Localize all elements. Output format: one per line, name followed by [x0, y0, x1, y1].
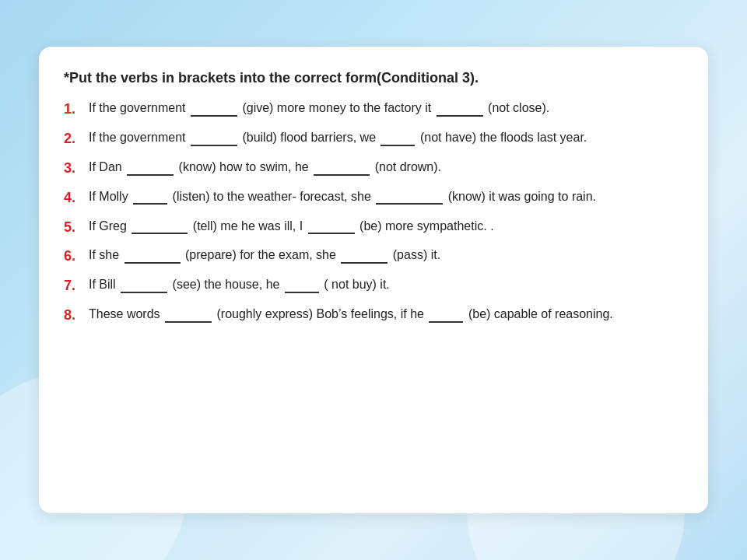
sentence-text: If Molly (listen) to the weather- foreca… — [89, 187, 679, 207]
answer-blank — [308, 233, 355, 234]
answer-blank — [376, 203, 443, 205]
sentence-text: If Dan (know) how to swim, he (not drown… — [89, 158, 679, 177]
item-number: 1. — [64, 99, 89, 121]
answer-blank — [121, 292, 167, 293]
answer-blank — [341, 262, 388, 264]
list-item: 5.If Greg (tell) me he was ill, I (be) m… — [64, 217, 679, 239]
answer-blank — [381, 145, 415, 146]
answer-blank — [437, 115, 483, 117]
item-number: 7. — [64, 275, 89, 297]
list-item: 2. If the government (build) flood barri… — [64, 128, 679, 150]
answer-blank — [191, 145, 237, 146]
answer-blank — [124, 262, 181, 264]
list-item: 7.If Bill (see) the house, he ( not buy)… — [64, 275, 679, 297]
answer-blank — [429, 321, 463, 323]
list-item: 3.If Dan (know) how to swim, he (not dro… — [64, 158, 679, 180]
exercise-title: *Put the verbs in brackets into the corr… — [64, 70, 679, 86]
sentence-text: If the government (give) more money to t… — [89, 99, 679, 118]
sentence-text: If Bill (see) the house, he ( not buy) i… — [89, 275, 679, 295]
exercise-list: 1.If the government (give) more money to… — [64, 99, 679, 327]
item-number: 2. — [64, 128, 89, 150]
exercise-card: *Put the verbs in brackets into the corr… — [39, 47, 708, 513]
item-number: 5. — [64, 217, 89, 239]
sentence-text: If the government (build) flood barriers… — [89, 128, 679, 148]
sentence-text: These words (roughly express) Bob’s feel… — [89, 305, 679, 324]
sentence-text: If Greg (tell) me he was ill, I (be) mor… — [89, 217, 679, 236]
answer-blank — [285, 292, 319, 293]
list-item: 6.If she (prepare) for the exam, she (pa… — [64, 246, 679, 268]
item-number: 8. — [64, 305, 89, 327]
answer-blank — [133, 203, 167, 205]
item-number: 6. — [64, 246, 89, 268]
answer-blank — [165, 321, 212, 323]
answer-blank — [132, 233, 188, 234]
list-item: 8. These words (roughly express) Bob’s f… — [64, 305, 679, 327]
sentence-text: If she (prepare) for the exam, she (pass… — [89, 246, 679, 265]
item-number: 3. — [64, 158, 89, 180]
answer-blank — [127, 174, 174, 176]
list-item: 4.If Molly (listen) to the weather- fore… — [64, 187, 679, 209]
list-item: 1.If the government (give) more money to… — [64, 99, 679, 121]
answer-blank — [191, 115, 237, 117]
item-number: 4. — [64, 187, 89, 209]
answer-blank — [314, 174, 370, 176]
